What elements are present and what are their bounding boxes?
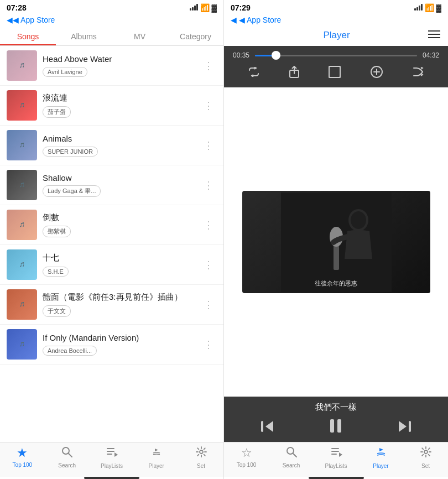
r-tab-search-label: Search (283, 462, 300, 468)
svg-rect-30 (331, 451, 339, 452)
right-tab-playlists[interactable]: PlayLists (314, 446, 358, 469)
svg-rect-26 (409, 421, 411, 432)
tab-albums[interactable]: Albums (56, 27, 112, 45)
share-button[interactable] (289, 66, 299, 81)
svg-rect-12 (329, 66, 340, 77)
next-button[interactable] (397, 419, 412, 437)
artist-tag-6: S.H.E (43, 267, 69, 277)
pause-button[interactable] (329, 418, 342, 438)
home-bar (84, 477, 139, 479)
r-player-icon (375, 446, 387, 461)
song-info-3: Animals SUPER JUNIOR (43, 134, 195, 157)
svg-rect-4 (107, 454, 112, 455)
song-thumb-4: 🎵 (7, 170, 37, 200)
current-time: 00:35 (233, 51, 251, 59)
back-chevron-icon: ◀ (7, 15, 13, 24)
song-info-7: 體面（電影《前任3:再見前任》插曲） 于文文 (43, 292, 195, 317)
right-header: Player (224, 27, 448, 46)
list-item[interactable]: 🎵 十七 S.H.E ⋮ (0, 245, 223, 285)
video-thumbnail[interactable]: 往後余年的恩惠 (242, 191, 430, 293)
list-item[interactable]: 🎵 浪流連 茄子蛋 ⋮ (0, 86, 223, 126)
settings-icon (195, 446, 207, 461)
right-tab-player[interactable]: Player (358, 446, 403, 469)
svg-marker-5 (114, 452, 118, 457)
fullscreen-button[interactable] (329, 66, 341, 81)
video-subtitle: 往後余年的恩惠 (315, 279, 357, 288)
left-status-bar: 07:28 📶 ▓ (0, 0, 223, 14)
left-tab-player[interactable]: Player (134, 446, 179, 469)
more-icon-3[interactable]: ⋮ (200, 137, 217, 154)
song-info-2: 浪流連 茄子蛋 (43, 93, 195, 118)
back-link-label: ◀ App Store (13, 15, 55, 24)
tab-songs[interactable]: Songs (0, 27, 56, 45)
more-icon-5[interactable]: ⋮ (200, 217, 217, 233)
svg-rect-29 (331, 448, 339, 449)
previous-button[interactable] (260, 419, 275, 437)
song-info-6: 十七 S.H.E (43, 253, 195, 277)
right-bottom-tab-bar: ☆ Top 100 Search PlayLists Player Set (224, 442, 448, 477)
right-time: 07:29 (231, 3, 251, 12)
player-title: Player (245, 30, 428, 41)
right-back-link[interactable]: ◀ ◀ App Store (224, 14, 448, 27)
menu-icon[interactable] (428, 29, 440, 41)
r-back-chevron-icon: ◀ (231, 15, 237, 24)
list-item[interactable]: 🎵 Head Above Water Avril Lavigne ⋮ (0, 46, 223, 86)
progress-track[interactable] (255, 55, 417, 56)
left-back-link[interactable]: ◀ ◀ App Store (0, 14, 223, 27)
tab-category[interactable]: Category (168, 27, 223, 45)
list-item[interactable]: 🎵 If Only (Mandarin Version) Andrea Boce… (0, 325, 223, 365)
svg-marker-32 (339, 452, 342, 457)
right-panel: 07:29 📶 ▓ ◀ ◀ App Store Player (224, 0, 448, 479)
song-title-5: 倒數 (43, 212, 195, 223)
song-info-5: 倒數 鄧紫棋 (43, 212, 195, 237)
list-item[interactable]: 🎵 Animals SUPER JUNIOR ⋮ (0, 126, 223, 165)
left-tab-playlists[interactable]: PlayLists (90, 446, 134, 469)
svg-rect-24 (337, 419, 341, 433)
right-tab-search[interactable]: Search (269, 446, 314, 469)
r-wifi-icon: 📶 (425, 3, 434, 12)
left-tab-search[interactable]: Search (45, 446, 90, 469)
song-thumb-2: 🎵 (7, 90, 37, 121)
more-icon-6[interactable]: ⋮ (200, 257, 217, 273)
search-icon (61, 446, 73, 461)
signal-icon (190, 4, 198, 12)
list-item[interactable]: 🎵 Shallow Lady Gaga & 畢... ⋮ (0, 165, 223, 205)
artist-tag-5: 鄧紫棋 (43, 226, 71, 237)
left-home-indicator (0, 477, 223, 479)
song-info-1: Head Above Water Avril Lavigne (43, 54, 195, 77)
svg-rect-2 (107, 448, 114, 449)
song-thumb-8: 🎵 (7, 329, 37, 360)
song-thumb-6: 🎵 (7, 249, 37, 280)
r-tab-player-label: Player (373, 463, 388, 469)
wifi-icon: 📶 (200, 3, 210, 12)
player-controls-area: 00:35 04:32 (224, 46, 448, 87)
svg-point-6 (200, 450, 203, 454)
right-tab-set[interactable]: Set (403, 446, 448, 469)
tab-mv[interactable]: MV (112, 27, 168, 45)
playback-controls (233, 418, 439, 438)
repeat-button[interactable] (248, 67, 260, 80)
playlist-icon (106, 446, 118, 461)
more-icon-8[interactable]: ⋮ (200, 336, 217, 353)
progress-thumb[interactable] (272, 51, 280, 60)
left-tab-set[interactable]: Set (179, 446, 223, 469)
tabs-bar: Songs Albums MV Category (0, 27, 223, 46)
more-icon-2[interactable]: ⋮ (200, 97, 217, 114)
song-thumb-1: 🎵 (7, 50, 37, 81)
player-icon (150, 446, 163, 461)
more-icon-1[interactable]: ⋮ (200, 58, 217, 74)
shuffle-button[interactable] (412, 67, 424, 80)
add-button[interactable] (371, 66, 383, 81)
more-icon-4[interactable]: ⋮ (200, 177, 217, 194)
more-icon-7[interactable]: ⋮ (200, 296, 217, 313)
tab-playlists-label: PlayLists (101, 463, 123, 469)
song-info-8: If Only (Mandarin Version) Andrea Bocell… (43, 333, 195, 356)
right-tab-top100[interactable]: ☆ Top 100 (224, 446, 269, 469)
song-title-2: 浪流連 (43, 93, 195, 103)
list-item[interactable]: 🎵 倒數 鄧紫棋 ⋮ (0, 205, 223, 245)
tab-set-label: Set (197, 463, 205, 469)
song-thumb-5: 🎵 (7, 210, 37, 240)
now-playing-bar: 我們不一樣 (224, 397, 448, 442)
left-tab-top100[interactable]: ★ Top 100 (0, 446, 45, 469)
list-item[interactable]: 🎵 體面（電影《前任3:再見前任》插曲） 于文文 ⋮ (0, 285, 223, 325)
